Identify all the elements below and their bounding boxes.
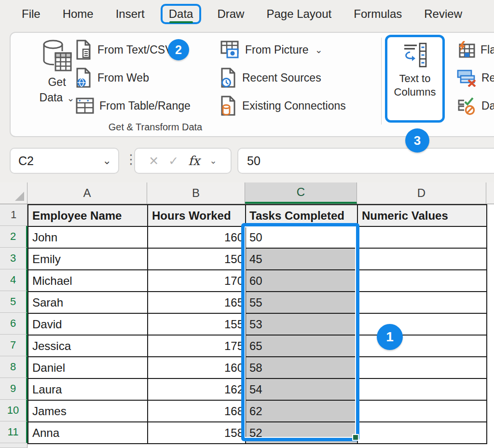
- cell-B6[interactable]: 155: [148, 313, 246, 335]
- select-all-icon: [15, 192, 24, 201]
- ribbon-group-separator: [381, 38, 382, 125]
- cell-D9[interactable]: [357, 378, 487, 400]
- cell-B4[interactable]: 170: [148, 270, 246, 292]
- ribbon-tab-bar: File Home Insert Data Draw Page Layout F…: [0, 0, 494, 28]
- tab-formulas[interactable]: Formulas: [354, 7, 402, 21]
- row-header-10[interactable]: 10: [0, 400, 27, 421]
- row-header-5[interactable]: 5: [0, 291, 27, 313]
- cell-B1[interactable]: Hours Worked: [148, 205, 246, 226]
- cell-B8[interactable]: 160: [148, 357, 246, 378]
- tab-home[interactable]: Home: [63, 7, 94, 21]
- cell-A11[interactable]: Anna: [28, 422, 148, 444]
- column-header-C[interactable]: C: [245, 182, 357, 204]
- cell-A3[interactable]: Emily: [28, 248, 148, 270]
- row-header-11[interactable]: 11: [0, 421, 27, 443]
- cell-D3[interactable]: [357, 248, 487, 270]
- chevron-down-icon: ⌄: [315, 44, 323, 56]
- cell-C11[interactable]: 52: [246, 422, 357, 444]
- row-header-6[interactable]: 6: [0, 313, 27, 335]
- cell-D11[interactable]: [357, 422, 487, 444]
- chevron-down-icon[interactable]: ⌄: [210, 155, 217, 166]
- cell-D8[interactable]: [357, 357, 487, 378]
- tab-file[interactable]: File: [22, 7, 41, 21]
- row-header-8[interactable]: 8: [0, 356, 27, 378]
- text-to-columns-icon: [402, 42, 427, 68]
- recent-sources-icon: [220, 68, 237, 88]
- tab-insert[interactable]: Insert: [116, 7, 145, 21]
- row-header-12[interactable]: [0, 443, 27, 448]
- remove-duplicates-button[interactable]: Remove Duplicates: [457, 68, 494, 88]
- text-to-columns-label-line1: Text to: [394, 72, 436, 85]
- enter-icon[interactable]: ✓: [168, 154, 178, 168]
- cell-C8[interactable]: 58: [246, 357, 357, 378]
- existing-connections-button[interactable]: Existing Connections: [220, 96, 346, 116]
- cell-D5[interactable]: [357, 292, 487, 313]
- row-header-7[interactable]: 7: [0, 335, 27, 356]
- cell-B2[interactable]: 160: [148, 226, 246, 248]
- column-header-A[interactable]: A: [27, 182, 147, 204]
- insert-function-icon[interactable]: fx: [188, 154, 200, 168]
- cell-C10[interactable]: 62: [246, 400, 357, 422]
- cell-A4[interactable]: Michael: [28, 270, 148, 292]
- text-to-columns-button[interactable]: Text to Columns: [385, 35, 445, 123]
- tab-draw[interactable]: Draw: [217, 7, 244, 21]
- tab-data[interactable]: Data: [161, 4, 202, 24]
- cell-C5[interactable]: 55: [246, 292, 357, 313]
- cell-C4[interactable]: 60: [246, 270, 357, 292]
- remove-duplicates-label: Remove Duplicates: [481, 71, 494, 84]
- cell-A10[interactable]: James: [28, 400, 148, 422]
- cancel-icon[interactable]: ✕: [149, 154, 159, 168]
- cell-B10[interactable]: 168: [148, 400, 246, 422]
- cell-C6[interactable]: 53: [246, 313, 357, 335]
- name-box[interactable]: C2 ⌄: [10, 148, 119, 174]
- fill-handle[interactable]: [352, 434, 359, 441]
- from-web-button[interactable]: From Web: [76, 68, 149, 88]
- cell-D4[interactable]: [357, 270, 487, 292]
- cell-A6[interactable]: David: [28, 313, 148, 335]
- cell-A5[interactable]: Sarah: [28, 292, 148, 313]
- cell-B3[interactable]: 150: [148, 248, 246, 270]
- tab-review[interactable]: Review: [424, 7, 462, 21]
- row-header-4[interactable]: 4: [0, 269, 27, 291]
- column-header-D[interactable]: D: [357, 182, 486, 204]
- cell-B9[interactable]: 162: [148, 378, 246, 400]
- row-header-9[interactable]: 9: [0, 378, 27, 400]
- cell-D1[interactable]: Numeric Values: [357, 205, 487, 226]
- existing-connections-icon: [220, 96, 237, 116]
- from-text-csv-button[interactable]: From Text/CSV: [76, 40, 173, 60]
- from-picture-button[interactable]: From Picture ⌄: [220, 40, 323, 60]
- cell-D6[interactable]: [357, 313, 487, 335]
- cell-A2[interactable]: John: [28, 226, 148, 248]
- row-header-2[interactable]: 2: [0, 226, 27, 248]
- cell-B5[interactable]: 165: [148, 292, 246, 313]
- data-validation-button[interactable]: Data Validation: [457, 96, 494, 116]
- cell-A7[interactable]: Jessica: [28, 335, 148, 357]
- select-all-corner[interactable]: [0, 182, 27, 204]
- cell-D10[interactable]: [357, 400, 487, 422]
- from-table-range-button[interactable]: From Table/Range: [76, 96, 191, 116]
- flash-fill-button[interactable]: Flash Fill: [457, 40, 494, 60]
- annotation-step-3: 3: [405, 128, 429, 153]
- cell-C3[interactable]: 45: [246, 248, 357, 270]
- cell-B7[interactable]: 175: [148, 335, 246, 357]
- cell-C9[interactable]: 54: [246, 378, 357, 400]
- cell-C7[interactable]: 65: [246, 335, 357, 357]
- recent-sources-button[interactable]: Recent Sources: [220, 68, 321, 88]
- chevron-down-icon[interactable]: ⌄: [103, 154, 111, 167]
- row-header-1[interactable]: 1: [0, 204, 27, 226]
- ribbon-group-label: Get & Transform Data: [11, 122, 300, 133]
- formula-input[interactable]: 50: [237, 148, 494, 174]
- cell-C1[interactable]: Tasks Completed: [246, 205, 357, 226]
- cell-A8[interactable]: Daniel: [28, 357, 148, 378]
- from-web-label: From Web: [97, 71, 149, 84]
- cell-C2[interactable]: 50: [246, 226, 357, 248]
- name-box-value: C2: [18, 154, 34, 168]
- row-header-3[interactable]: 3: [0, 248, 27, 269]
- column-header-B[interactable]: B: [147, 182, 245, 204]
- cell-A9[interactable]: Laura: [28, 378, 148, 400]
- cell-D2[interactable]: [357, 226, 487, 248]
- cell-A1[interactable]: Employee Name: [28, 205, 148, 226]
- cell-B11[interactable]: 158: [148, 422, 246, 444]
- tab-page-layout[interactable]: Page Layout: [266, 7, 331, 21]
- get-data-icon: [41, 39, 73, 74]
